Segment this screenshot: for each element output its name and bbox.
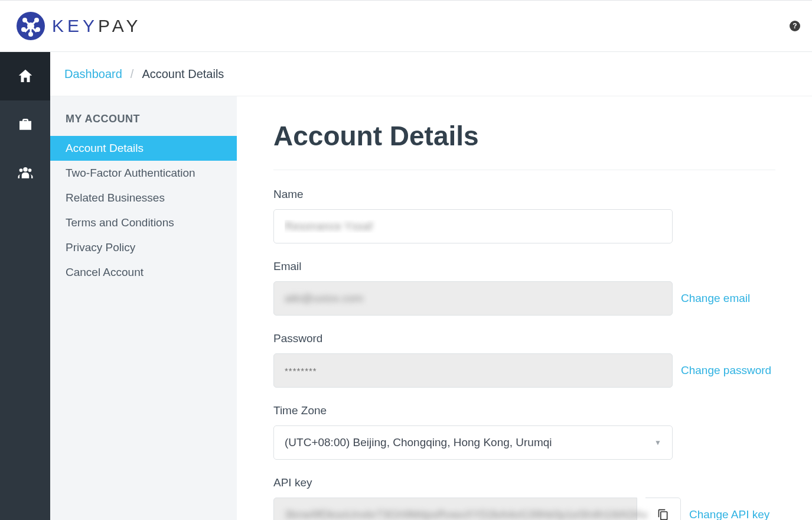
caret-down-icon: ▼ [654, 438, 661, 447]
timezone-select[interactable]: (UTC+08:00) Beijing, Chongqing, Hong Kon… [273, 425, 673, 460]
svg-point-10 [19, 168, 22, 172]
name-label: Name [273, 188, 775, 201]
sidemenu-item-cancel-account[interactable]: Cancel Account [50, 260, 237, 285]
apikey-label: API key [273, 476, 775, 489]
copy-apikey-button[interactable] [645, 498, 681, 520]
sidemenu-item-account-details[interactable]: Account Details [50, 136, 237, 161]
svg-point-9 [23, 167, 28, 172]
email-label: Email [273, 260, 775, 273]
people-icon [17, 164, 34, 182]
password-input: ******** [273, 353, 673, 388]
change-email-link[interactable]: Change email [681, 292, 750, 305]
password-value: ******** [285, 366, 317, 376]
timezone-label: Time Zone [273, 404, 775, 417]
field-email: Email aiki@uxiox.com Change email [273, 260, 775, 316]
apikey-input: 3bnw9fDksoUnvbr73Gh9MdpsRvwxXYD2kA4oG39h… [273, 498, 637, 520]
home-icon [17, 67, 34, 85]
brand-logo: KEYPAY [17, 12, 142, 40]
breadcrumb-current: Account Details [142, 67, 224, 81]
rail-business[interactable] [0, 100, 50, 149]
timezone-value: (UTC+08:00) Beijing, Chongqing, Hong Kon… [285, 436, 552, 449]
sidemenu-item-two-factor[interactable]: Two-Factor Authentication [50, 161, 237, 186]
topbar: KEYPAY ? [0, 0, 812, 52]
copy-icon [657, 509, 669, 520]
password-label: Password [273, 332, 775, 345]
side-menu-title: MY ACCOUNT [50, 113, 237, 136]
briefcase-icon [17, 116, 34, 134]
breadcrumb-separator: / [131, 67, 134, 81]
field-apikey: API key 3bnw9fDksoUnvbr73Gh9MdpsRvwxXYD2… [273, 476, 775, 520]
field-name: Name [273, 188, 775, 243]
breadcrumb-root-link[interactable]: Dashboard [64, 67, 122, 81]
breadcrumb: Dashboard / Account Details [50, 52, 812, 96]
apikey-value: 3bnw9fDksoUnvbr73Gh9MdpsRvwxXYD2kA4oG39h… [285, 508, 648, 520]
brand-mark-icon [17, 12, 45, 40]
field-timezone: Time Zone (UTC+08:00) Beijing, Chongqing… [273, 404, 775, 460]
rail-people[interactable] [0, 149, 50, 197]
sidemenu-item-privacy[interactable]: Privacy Policy [50, 235, 237, 260]
brand-text-key: KEY [52, 16, 98, 36]
sidemenu-item-related-businesses[interactable]: Related Businesses [50, 186, 237, 210]
change-apikey-link[interactable]: Change API key [689, 508, 769, 520]
help-icon[interactable]: ? [790, 21, 800, 31]
divider [273, 170, 775, 170]
brand-text-pay: PAY [98, 16, 142, 36]
svg-rect-8 [30, 25, 32, 34]
svg-point-11 [28, 168, 31, 172]
nav-rail [0, 52, 50, 520]
email-input: aiki@uxiox.com [273, 281, 673, 316]
name-input[interactable] [273, 209, 673, 243]
email-value: aiki@uxiox.com [285, 292, 363, 305]
brand-wordmark: KEYPAY [52, 16, 142, 36]
side-menu: MY ACCOUNT Account Details Two-Factor Au… [50, 96, 237, 520]
field-password: Password ******** Change password [273, 332, 775, 388]
change-password-link[interactable]: Change password [681, 364, 771, 377]
page-content: Account Details Name // apply blur visua… [237, 96, 812, 520]
sidemenu-item-terms[interactable]: Terms and Conditions [50, 210, 237, 235]
rail-home[interactable] [0, 52, 50, 100]
page-title: Account Details [273, 120, 775, 152]
